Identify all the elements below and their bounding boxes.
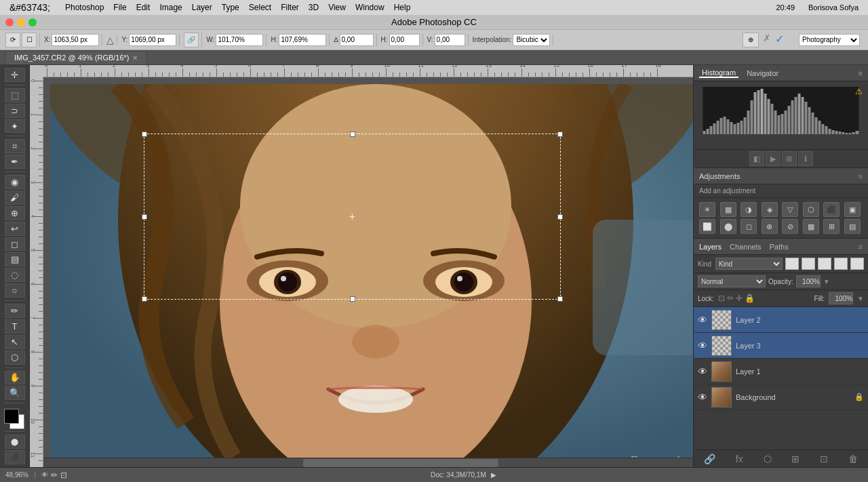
paths-tab[interactable]: Paths	[770, 243, 789, 251]
rotation-input[interactable]	[340, 34, 374, 46]
opacity-arrow[interactable]: ▼	[823, 278, 830, 285]
transform-handle-middle-right[interactable]	[557, 214, 563, 220]
transform-handle-top-left[interactable]	[142, 132, 147, 137]
lock-transparent-icon[interactable]: ⊡	[718, 294, 725, 303]
info-icon[interactable]: ℹ	[798, 151, 813, 166]
layer-3-visibility[interactable]: 👁	[698, 341, 707, 350]
h-skew-input[interactable]	[389, 34, 420, 46]
gradient-tool[interactable]: ▤	[5, 252, 25, 266]
brightness-adj-btn[interactable]: ☀	[699, 202, 715, 217]
layers-tab[interactable]: Layers	[699, 243, 722, 251]
menu-window[interactable]: Window	[351, 1, 389, 14]
layer-filter4-btn[interactable]: e	[834, 258, 848, 270]
levels-adj-btn[interactable]: ▤	[844, 219, 861, 234]
curves-adj-btn[interactable]: ▦	[720, 202, 736, 217]
layer-item-2[interactable]: 👁 Layer 2	[694, 307, 868, 333]
v-skew-input[interactable]	[435, 34, 465, 46]
layers-collapse-icon[interactable]: ≡	[859, 243, 863, 251]
apple-menu[interactable]: &#63743;	[5, 1, 54, 14]
blend-mode-select[interactable]: Normal	[698, 275, 766, 287]
adjustments-collapse-icon[interactable]: ≡	[859, 172, 863, 180]
confirm-transform-btn[interactable]: ✓	[775, 33, 784, 47]
add-style-btn[interactable]: fx	[736, 454, 743, 464]
play-icon[interactable]: ▶	[766, 151, 781, 166]
workspace-select[interactable]: Photography	[799, 34, 860, 46]
minimize-button[interactable]	[17, 18, 25, 26]
adjustments-header[interactable]: Adjustments ≡	[694, 168, 868, 184]
transform-handle-top-middle[interactable]	[350, 132, 355, 137]
new-group-btn[interactable]: ⊞	[791, 454, 800, 464]
menu-layer[interactable]: Layer	[188, 1, 216, 14]
link-dimensions-btn[interactable]: 🔗	[184, 33, 199, 47]
histogram-collapse-btn[interactable]: ≡	[859, 69, 863, 77]
scrollbar-thumb[interactable]	[303, 459, 498, 467]
link-layers-btn[interactable]: 🔗	[704, 454, 715, 464]
h-input[interactable]	[279, 34, 326, 46]
grid-icon[interactable]: ⊞	[782, 151, 797, 166]
transform-handle-middle-left[interactable]	[142, 214, 147, 220]
menu-edit[interactable]: Edit	[132, 1, 155, 14]
layer-filter-btn[interactable]: K	[785, 258, 799, 270]
menu-image[interactable]: Image	[155, 1, 186, 14]
blur-tool[interactable]: ◌	[5, 268, 25, 282]
fill-input[interactable]	[829, 292, 853, 304]
histogram-tab[interactable]: Histogram	[699, 68, 738, 78]
transform-selection-box[interactable]	[144, 134, 561, 300]
transform-handle-bottom-right[interactable]	[557, 296, 563, 302]
y-input[interactable]	[129, 34, 176, 46]
hand-tool[interactable]: ✋	[5, 371, 25, 385]
posterize-adj-btn[interactable]: ⊕	[762, 219, 778, 234]
tab-close-icon[interactable]: ✕	[132, 54, 138, 62]
layer-item-1[interactable]: 👁 Layer 1	[694, 359, 868, 384]
background-visibility[interactable]: 👁	[698, 393, 707, 402]
pen-tool[interactable]: ✏	[5, 304, 25, 318]
bw-adj-btn[interactable]: ⬛	[823, 202, 840, 217]
crop-tool[interactable]: ⌗	[5, 139, 25, 153]
warp-mode-btn[interactable]: ⊕	[743, 33, 759, 47]
transform-mode-btn[interactable]: ⟳	[5, 33, 20, 47]
menu-view[interactable]: View	[324, 1, 350, 14]
path-select-tool[interactable]: ↖	[5, 335, 25, 349]
lock-position-icon[interactable]: ✛	[736, 294, 743, 303]
gradientmap-adj-btn[interactable]: ⊞	[823, 219, 840, 234]
photofilter-adj-btn[interactable]: ▣	[844, 202, 861, 217]
cancel-transform-btn[interactable]: ✗	[763, 33, 771, 47]
threshold-adj-btn[interactable]: ⊘	[782, 219, 798, 234]
eraser-tool[interactable]: ◻	[5, 237, 25, 252]
selectivecolor-adj-btn[interactable]: ▦	[803, 219, 819, 234]
menu-file[interactable]: File	[109, 1, 130, 14]
zoom-tool[interactable]: 🔍	[5, 386, 25, 400]
menu-select[interactable]: Select	[245, 1, 275, 14]
add-mask-btn[interactable]: ⬡	[764, 454, 772, 464]
histogram-panel-header[interactable]: Histogram Navigator ≡	[694, 65, 868, 81]
layer-item-background[interactable]: 👁 Background 🔒	[694, 384, 868, 410]
quick-mask-btn[interactable]: ⬤	[5, 435, 25, 449]
invert-adj-btn[interactable]: ◻	[741, 219, 757, 234]
colorlookup-adj-btn[interactable]: ⬤	[720, 219, 736, 234]
lasso-tool[interactable]: ⊃	[5, 104, 25, 118]
layer-filter2-btn[interactable]: ⬤	[802, 258, 815, 270]
transform-handle-top-right[interactable]	[557, 132, 563, 137]
foreground-color-swatch[interactable]	[4, 409, 19, 424]
x-input[interactable]	[52, 34, 99, 46]
menu-type[interactable]: Type	[218, 1, 243, 14]
channels-tab[interactable]: Channels	[730, 243, 761, 251]
interpolation-select[interactable]: Bicubic	[513, 34, 550, 46]
exposure-adj-btn[interactable]: ◑	[741, 202, 757, 217]
document-tab[interactable]: IMG_3457.CR2 @ 49% (RGB/16*) ✕	[5, 51, 146, 64]
screen-mode-btn[interactable]: ⬛	[5, 450, 25, 464]
transform-handle-bottom-left[interactable]	[142, 296, 147, 302]
fullscreen-button[interactable]	[28, 18, 37, 26]
layer-kind-select[interactable]: Kind	[715, 258, 783, 270]
navigator-tab[interactable]: Navigator	[744, 69, 781, 77]
menu-help[interactable]: Help	[390, 1, 415, 14]
histogram-warning-icon[interactable]: ⚠	[855, 87, 863, 96]
vibrance-adj-btn[interactable]: ◈	[762, 202, 778, 217]
layer-1-visibility[interactable]: 👁	[698, 367, 707, 376]
shape-tool[interactable]: ⬡	[5, 350, 25, 365]
menu-photoshop[interactable]: Photoshop	[61, 1, 108, 14]
img-adjust-icon[interactable]: ◧	[749, 151, 764, 166]
layer-2-visibility[interactable]: 👁	[698, 315, 707, 325]
brush-tool[interactable]: 🖌	[5, 190, 25, 205]
layer-filter3-btn[interactable]: T	[818, 258, 831, 270]
